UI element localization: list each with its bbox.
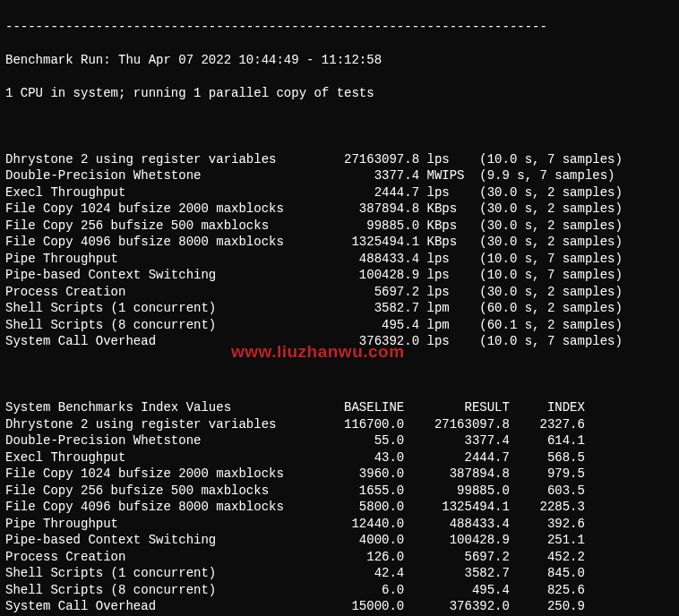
index-row: Execl Throughput 43.0 2444.7 568.5 xyxy=(5,449,674,466)
test-row: Process Creation 5697.2 lps (30.0 s, 2 s… xyxy=(5,284,674,301)
tests-block: Dhrystone 2 using register variables 271… xyxy=(5,151,674,350)
blank xyxy=(5,366,674,383)
divider-top: ----------------------------------------… xyxy=(5,19,674,36)
index-row: File Copy 4096 bufsize 8000 maxblocks 58… xyxy=(5,499,674,516)
index-row: Dhrystone 2 using register variables 116… xyxy=(5,416,674,433)
index-row: Pipe Throughput 12440.0 488433.4 392.6 xyxy=(5,516,674,533)
cpu-line: 1 CPU in system; running 1 parallel copy… xyxy=(5,85,674,102)
index-row: Pipe-based Context Switching 4000.0 1004… xyxy=(5,532,674,549)
index-row: Shell Scripts (1 concurrent) 42.4 3582.7… xyxy=(5,565,674,582)
index-row: Process Creation 126.0 5697.2 452.2 xyxy=(5,549,674,566)
blank xyxy=(5,118,674,135)
index-header-row: System Benchmarks Index Values BASELINE … xyxy=(5,399,674,416)
index-row: System Call Overhead 15000.0 376392.0 25… xyxy=(5,598,674,615)
terminal-output: ----------------------------------------… xyxy=(0,0,679,616)
index-row: Shell Scripts (8 concurrent) 6.0 495.4 8… xyxy=(5,582,674,599)
test-row: File Copy 4096 bufsize 8000 maxblocks 13… xyxy=(5,234,674,251)
test-row: Shell Scripts (1 concurrent) 3582.7 lpm … xyxy=(5,300,674,317)
benchmark-run-line: Benchmark Run: Thu Apr 07 2022 10:44:49 … xyxy=(5,52,674,69)
test-row: Dhrystone 2 using register variables 271… xyxy=(5,151,674,168)
index-row: File Copy 1024 bufsize 2000 maxblocks 39… xyxy=(5,466,674,483)
index-row: File Copy 256 bufsize 500 maxblocks 1655… xyxy=(5,483,674,500)
test-row: File Copy 256 bufsize 500 maxblocks 9988… xyxy=(5,218,674,235)
index-row: Double-Precision Whetstone 55.0 3377.4 6… xyxy=(5,432,674,449)
test-row: Pipe Throughput 488433.4 lps (10.0 s, 7 … xyxy=(5,251,674,268)
test-row: Shell Scripts (8 concurrent) 495.4 lpm (… xyxy=(5,317,674,334)
test-row: File Copy 1024 bufsize 2000 maxblocks 38… xyxy=(5,201,674,218)
test-row: Execl Throughput 2444.7 lps (30.0 s, 2 s… xyxy=(5,184,674,201)
test-row: Double-Precision Whetstone 3377.4 MWIPS … xyxy=(5,167,674,184)
test-row: System Call Overhead 376392.0 lps (10.0 … xyxy=(5,333,674,350)
index-block: System Benchmarks Index Values BASELINE … xyxy=(5,399,674,615)
test-row: Pipe-based Context Switching 100428.9 lp… xyxy=(5,267,674,284)
